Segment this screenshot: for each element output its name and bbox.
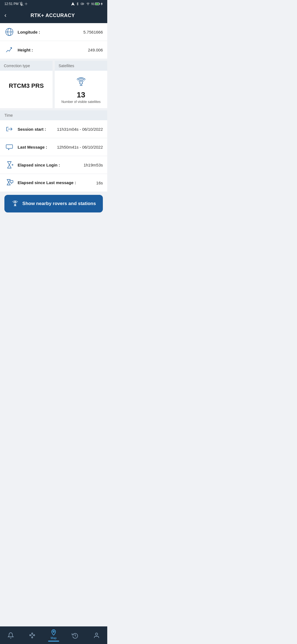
- correction-type-value: RTCM3 PRS: [9, 82, 44, 89]
- time-section-header: Time: [0, 110, 107, 120]
- svg-point-3: [26, 4, 27, 4]
- svg-point-9: [88, 5, 88, 5]
- status-icons: 91: [71, 2, 103, 6]
- elapsed-login-value: 1h19m53s: [84, 163, 103, 167]
- satellite-count: 13: [77, 91, 85, 99]
- status-bar: 12:51 PM 91: [0, 0, 107, 8]
- elapsed-last-message-value: 16s: [96, 181, 103, 185]
- elapsed-last-message-row: Elapsed since Last message : 16s: [0, 174, 107, 192]
- correction-type-header: Correction type: [0, 61, 53, 71]
- elapsed-last-message-icon: [4, 178, 14, 188]
- satellite-icon: [75, 75, 88, 88]
- height-icon: [4, 45, 14, 55]
- svg-marker-4: [71, 2, 75, 6]
- satellites-header: Satellites: [55, 61, 107, 71]
- last-message-row: Last Message : 12h50m41s - 06/10/2022: [0, 138, 107, 156]
- wifi-icon: [86, 2, 90, 6]
- page-title: RTK+ ACCURACY: [11, 13, 95, 18]
- charging-icon: [101, 2, 103, 6]
- height-label: Height :: [18, 48, 88, 52]
- satellites-card: Satellites: [55, 61, 107, 108]
- session-start-label: Session start :: [18, 127, 57, 132]
- svg-rect-12: [100, 3, 100, 4]
- bluetooth-icon: [76, 2, 79, 6]
- svg-rect-17: [80, 82, 82, 84]
- nearby-icon: [11, 200, 19, 208]
- satellites-body: 13 Number of visible satellites: [55, 71, 107, 108]
- page-header: ‹ RTK+ ACCURACY: [0, 8, 107, 23]
- last-message-value: 12h50m41s - 06/10/2022: [57, 145, 103, 149]
- elapsed-login-icon: [4, 160, 14, 170]
- longitude-icon: [4, 27, 14, 37]
- session-start-icon: [4, 124, 14, 134]
- location-status-icon: [24, 2, 28, 6]
- last-message-icon: [4, 142, 14, 152]
- battery-icon: [95, 2, 100, 6]
- location-card: Longitude : 5.7561666 Height : 249.006: [0, 23, 107, 59]
- status-time: 12:51 PM: [4, 2, 28, 6]
- longitude-label: Longitude :: [18, 30, 83, 34]
- height-row: Height : 249.006: [0, 41, 107, 59]
- satellite-label: Number of visible satellites: [61, 100, 101, 104]
- battery-x-icon: [80, 2, 85, 6]
- show-nearby-button[interactable]: Show nearby rovers and stations: [4, 195, 103, 212]
- svg-point-30: [15, 201, 16, 202]
- main-content: Longitude : 5.7561666 Height : 249.006 C…: [0, 23, 107, 238]
- correction-type-body: RTCM3 PRS: [0, 71, 53, 98]
- elapsed-last-message-label: Elapsed since Last message :: [18, 180, 76, 185]
- session-start-value: 11h31m04s - 06/10/2022: [57, 127, 103, 132]
- longitude-row: Longitude : 5.7561666: [0, 23, 107, 41]
- back-button[interactable]: ‹: [4, 12, 6, 19]
- svg-marker-13: [101, 2, 103, 6]
- elapsed-login-label: Elapsed since Login :: [18, 163, 84, 167]
- time-section-card: Time Session start : 11h31m04s - 06/10/2…: [0, 110, 107, 192]
- last-message-label: Last Message :: [18, 145, 57, 149]
- session-start-row: Session start : 11h31m04s - 06/10/2022: [0, 120, 107, 138]
- elapsed-login-row: Elapsed since Login : 1h19m53s: [0, 156, 107, 174]
- mute-icon: [20, 2, 23, 6]
- svg-rect-5: [81, 3, 83, 5]
- gps-icon: [71, 2, 75, 6]
- longitude-value: 5.7561666: [83, 30, 103, 34]
- correction-satellites-row: Correction type RTCM3 PRS Satellites: [0, 61, 107, 108]
- nearby-button-label: Show nearby rovers and stations: [22, 201, 96, 206]
- svg-rect-11: [95, 3, 99, 5]
- height-value: 249.006: [88, 48, 103, 52]
- correction-type-card: Correction type RTCM3 PRS: [0, 61, 53, 108]
